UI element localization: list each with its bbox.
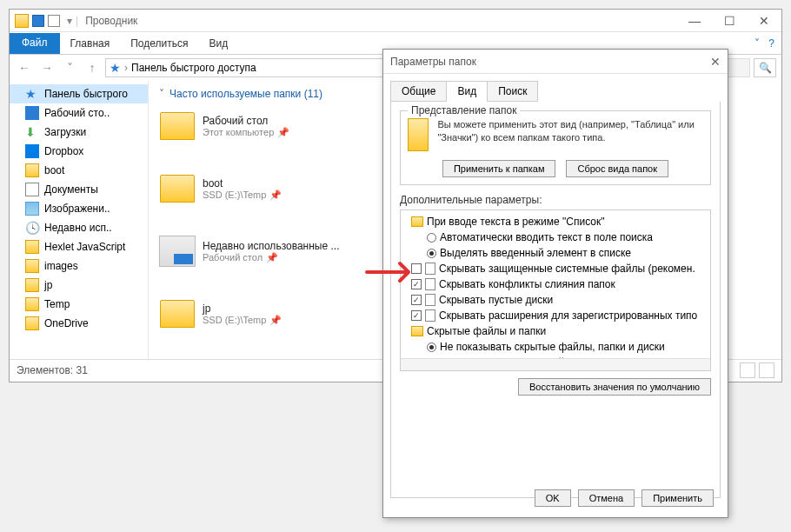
folder-icon (159, 233, 196, 269)
folder-icon (159, 108, 196, 144)
checkbox[interactable]: ✓ (411, 295, 422, 305)
file-icon (425, 294, 435, 306)
sidebar-item[interactable]: ⬇Загрузки (10, 123, 148, 142)
back-button[interactable]: ← (15, 58, 34, 77)
qat-button2[interactable] (48, 15, 60, 27)
tree-item[interactable]: Не показывать скрытые файлы, папки и дис… (404, 339, 707, 355)
tree-item[interactable]: Выделять введенный элемент в списке (404, 245, 707, 261)
star-icon: ★ (110, 61, 121, 75)
tree-item[interactable]: ✓Скрывать расширения для зарегистрирован… (404, 308, 707, 323)
tree-item[interactable]: Скрывать защищенные системные файлы (рек… (404, 261, 707, 276)
titlebar-sep: | (76, 15, 78, 27)
advanced-tree[interactable]: При вводе текста в режиме "Список"Автома… (400, 209, 711, 371)
checkbox[interactable]: ✓ (411, 310, 422, 321)
search-icon[interactable]: 🔍 (754, 58, 776, 77)
folder-options-dialog: Параметры папок ✕ Общие Вид Поиск Предст… (382, 49, 728, 518)
dialog-tabs: Общие Вид Поиск (390, 81, 721, 102)
forward-button[interactable]: → (37, 58, 56, 77)
radio[interactable] (427, 342, 436, 352)
folder-icon (159, 170, 196, 207)
ribbon-file-tab[interactable]: Файл (10, 33, 60, 54)
folder-views-text: Вы можете применить этот вид (например, … (437, 118, 703, 145)
radio[interactable] (427, 249, 436, 258)
chevron-down-icon: ˅ (159, 88, 164, 100)
sidebar-item[interactable]: Temp (10, 295, 148, 314)
status-text: Элементов: 31 (17, 364, 88, 376)
sidebar: ★Панель быстрогоРабочий сто..⬇ЗагрузкиDr… (10, 81, 149, 359)
group-title: Часто используемые папки (11) (170, 88, 322, 100)
sidebar-item[interactable]: ★Панель быстрого (10, 84, 148, 103)
sidebar-item[interactable]: Dropbox (10, 142, 148, 161)
titlebar: ▾ | Проводник — ☐ ✕ (10, 10, 781, 32)
horizontal-scrollbar[interactable] (401, 358, 710, 370)
file-icon (425, 263, 435, 275)
address-text: Панель быстрого доступа (131, 62, 256, 74)
folder-icon (411, 326, 423, 336)
breadcrumb-sep: › (124, 62, 128, 74)
tree-item[interactable]: ✓Скрывать пустые диски (404, 292, 707, 308)
sidebar-item[interactable]: images (10, 256, 148, 276)
tree-item[interactable]: Скрытые файлы и папки (404, 323, 707, 339)
callout-arrow (365, 257, 426, 289)
tree-item[interactable]: При вводе текста в режиме "Список" (404, 214, 707, 229)
sidebar-item[interactable]: jp (10, 276, 148, 295)
file-icon (425, 278, 435, 290)
ribbon-expand[interactable]: ˅ ? (754, 37, 781, 50)
ribbon-tab-view[interactable]: Вид (198, 34, 238, 53)
dialog-close-button[interactable]: ✕ (710, 55, 721, 69)
cancel-button[interactable]: Отмена (578, 489, 635, 507)
sidebar-item[interactable]: boot (10, 161, 148, 180)
dialog-title: Параметры папок (390, 56, 476, 68)
ok-button[interactable]: OK (535, 489, 571, 507)
sidebar-item[interactable]: Рабочий сто.. (10, 103, 148, 123)
apply-button[interactable]: Применить (641, 489, 714, 507)
maximize-button[interactable]: ☐ (712, 10, 747, 32)
window-title: Проводник (85, 15, 137, 27)
reset-folders-button[interactable]: Сброс вида папок (566, 160, 668, 177)
minimize-button[interactable]: — (677, 10, 712, 32)
history-button[interactable]: ˅ (60, 58, 79, 77)
folder-views-legend: Представление папок (408, 104, 520, 116)
address-bar[interactable]: ★ › Панель быстрого доступа (105, 58, 424, 77)
view-large-button[interactable] (759, 362, 774, 378)
folder-icon (15, 14, 29, 28)
tab-general[interactable]: Общие (390, 81, 447, 102)
sidebar-item[interactable]: Hexlet JavaScript (10, 237, 148, 256)
ribbon-tab-home[interactable]: Главная (60, 34, 121, 53)
folder-icon (411, 216, 423, 227)
file-icon (425, 309, 435, 322)
sidebar-item[interactable]: Документы (10, 180, 148, 199)
tab-view[interactable]: Вид (446, 81, 488, 102)
close-button[interactable]: ✕ (747, 10, 781, 32)
advanced-label: Дополнительные параметры: (400, 194, 711, 206)
up-button[interactable]: ↑ (83, 58, 102, 77)
dialog-titlebar: Параметры папок ✕ (383, 50, 728, 74)
sidebar-item[interactable]: 🕓Недавно исп.. (10, 218, 148, 237)
apply-to-folders-button[interactable]: Применить к папкам (442, 160, 556, 177)
sidebar-item[interactable]: Изображени.. (10, 199, 148, 218)
ribbon-tab-share[interactable]: Поделиться (120, 34, 198, 53)
restore-defaults-button[interactable]: Восстановить значения по умолчанию (518, 378, 711, 396)
view-details-button[interactable] (740, 362, 755, 378)
tree-item[interactable]: Автоматически вводить текст в поле поиск… (404, 229, 707, 245)
radio[interactable] (427, 233, 436, 243)
sidebar-item[interactable]: OneDrive (10, 314, 148, 333)
qat-overflow[interactable]: ▾ (67, 15, 72, 27)
tab-search[interactable]: Поиск (487, 81, 538, 102)
folder-icon (159, 296, 196, 332)
qat-button1[interactable] (32, 15, 44, 27)
folder-icon (408, 118, 429, 151)
folder-views-group: Представление папок Вы можете применить … (400, 110, 711, 185)
tree-item[interactable]: ✓Скрывать конфликты слияния папок (404, 276, 707, 292)
dialog-pane: Представление папок Вы можете применить … (390, 102, 721, 498)
